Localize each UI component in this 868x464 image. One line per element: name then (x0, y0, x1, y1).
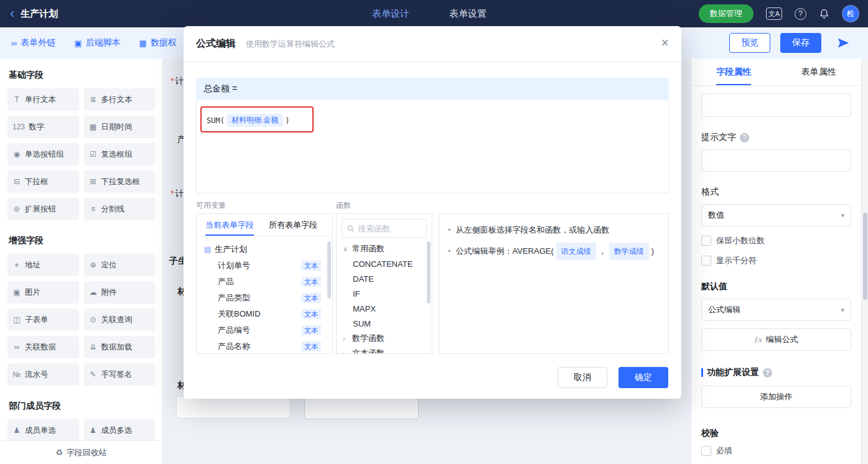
back-button[interactable]: ‹ (10, 7, 14, 21)
divider-icon: ≡ (89, 205, 98, 213)
field-reference-chip[interactable]: 材料明细.金额 (226, 114, 283, 127)
palette-item-single-line-text[interactable]: T单行文本 (7, 88, 79, 111)
keep-decimal-places-checkbox[interactable]: 保留小数位数 (701, 235, 851, 246)
hint-help-icon[interactable]: ? (740, 133, 749, 142)
palette-item-label: 数据加载 (101, 342, 133, 353)
save-button[interactable]: 保存 (780, 33, 821, 53)
palette-item-datetime[interactable]: ▦日期时间 (84, 116, 156, 138)
function-item[interactable]: SUM (337, 316, 432, 331)
required-checkbox[interactable]: 必填 (701, 445, 851, 457)
palette-item-location[interactable]: ⊕定位 (84, 254, 156, 276)
variable-row[interactable]: 关联BOMID文本 (202, 306, 329, 322)
tab-form-settings[interactable]: 表单设置 (449, 8, 487, 20)
palette-item-checkbox-group[interactable]: ☑复选框组 (84, 143, 156, 165)
palette-item-attachment[interactable]: ☁附件 (84, 281, 156, 304)
palette-item-subform[interactable]: ◫子表单 (7, 309, 79, 331)
variable-row[interactable]: 产品编号文本 (202, 322, 329, 338)
form-root-node[interactable]: ▤ 生产计划 (202, 241, 329, 258)
avatar[interactable]: 检 (842, 5, 859, 22)
variable-row[interactable]: 产品名称文本 (202, 338, 329, 354)
scrollbar-thumb[interactable] (863, 213, 867, 300)
page-scrollbar[interactable] (861, 58, 868, 464)
variable-type-badge: 文本 (301, 293, 321, 303)
palette-item-dropdown[interactable]: ⊟下拉框 (7, 170, 79, 193)
add-action-button[interactable]: 添加操作 (701, 386, 851, 408)
format-select[interactable]: 数值 ▾ (701, 204, 851, 226)
cancel-button[interactable]: 取消 (558, 367, 607, 388)
member-single-icon: ♟ (12, 426, 21, 435)
variable-row[interactable]: 产品类型文本 (202, 290, 329, 306)
edit-formula-button[interactable]: ƒx 编辑公式 (701, 328, 851, 351)
function-item[interactable]: DATE (337, 271, 432, 286)
palette-item-address[interactable]: ⌖地址 (7, 254, 79, 276)
tab-current-form-fields[interactable]: 当前表单字段 (199, 214, 260, 236)
checkbox-label: 显示千分符 (716, 255, 757, 266)
functions-panel-label: 函数 (336, 200, 351, 211)
palette-item-radio-group[interactable]: ◉单选按钮组 (7, 143, 79, 165)
field-title-input[interactable] (701, 93, 851, 117)
palette-item-signature[interactable]: ✎手写签名 (84, 363, 156, 386)
function-item[interactable]: IF (337, 286, 432, 301)
data-permission-button[interactable]: ▦ 数据权 (139, 37, 177, 49)
form-external-link-button[interactable]: ∞ 表单外链 (11, 37, 55, 49)
function-group-common[interactable]: ∨ 常用函数 (337, 241, 432, 256)
serial-number-icon: № (12, 370, 21, 379)
palette-item-extend-button[interactable]: ⊜扩展按钮 (7, 198, 79, 220)
function-item[interactable]: MAPX (337, 301, 432, 316)
backend-script-button[interactable]: ▣ 后端脚本 (74, 37, 120, 49)
palette-item-member-multi[interactable]: ♟成员多选 (84, 419, 156, 442)
extension-help-icon[interactable]: ? (763, 368, 772, 378)
confirm-button[interactable]: 确定 (618, 367, 668, 388)
formula-input-area[interactable]: SUM( 材料明细.金额 ) (196, 100, 669, 193)
radio-group-icon: ◉ (12, 150, 21, 159)
function-group-math[interactable]: › 数学函数 (337, 331, 432, 346)
thousand-separator-checkbox[interactable]: 显示千分符 (701, 255, 851, 266)
tab-field-properties[interactable]: 字段属性 (691, 58, 777, 85)
close-icon[interactable]: × (661, 36, 669, 50)
palette-item-related-query[interactable]: ⊙关联查询 (84, 309, 156, 331)
modal-subtitle: 使用数学运算符编辑公式 (246, 39, 335, 50)
share-icon[interactable] (837, 37, 849, 49)
tab-form-design[interactable]: 表单设计 (372, 8, 409, 20)
required-asterisk: * (170, 188, 174, 198)
function-search-input[interactable] (358, 224, 421, 233)
dropdown-icon: ⊟ (12, 177, 21, 186)
palette-item-serial-number[interactable]: №流水号 (7, 363, 79, 386)
palette-item-related-data[interactable]: ∞关联数据 (7, 336, 79, 358)
palette-item-multi-line-text[interactable]: ≣多行文本 (84, 88, 156, 111)
default-value-select-value: 公式编辑 (708, 304, 740, 315)
palette-item-data-load[interactable]: ⇊数据加载 (84, 336, 156, 358)
functions-scrollbar[interactable] (427, 241, 431, 304)
function-group-text[interactable]: › 文本函数 (337, 346, 432, 354)
data-manage-button[interactable]: 数据管理 (699, 4, 754, 23)
tab-form-properties[interactable]: 表单属性 (777, 58, 862, 85)
palette-item-image[interactable]: ▣图片 (7, 281, 79, 304)
variable-row[interactable]: 产品文本 (202, 274, 329, 290)
checkbox-group-icon: ☑ (89, 150, 98, 159)
field-palette-sidebar: 基础字段 T单行文本 ≣多行文本 123数字 ▦日期时间 ◉单选按钮组 ☑复选框… (0, 58, 163, 464)
language-icon[interactable]: 文A (766, 7, 782, 20)
toolbar-item-label: 后端脚本 (86, 37, 121, 49)
section-title-enhanced-fields: 增强字段 (9, 235, 154, 246)
palette-item-label: 附件 (101, 287, 117, 298)
default-value-label: 默认值 (701, 281, 851, 292)
notification-bell-icon[interactable] (819, 8, 829, 19)
palette-item-dropdown-multiselect[interactable]: ⊞下拉复选框 (84, 170, 156, 193)
hint-text-input[interactable] (701, 149, 851, 172)
function-search (342, 219, 427, 238)
field-recycle-bin[interactable]: ♻ 字段回收站 (0, 440, 162, 464)
palette-item-member-single[interactable]: ♟成员单选 (7, 419, 79, 442)
variables-scrollbar[interactable] (327, 241, 331, 299)
palette-item-divider[interactable]: ≡分割线 (84, 198, 156, 220)
default-value-select[interactable]: 公式编辑 ▾ (701, 299, 851, 321)
extension-settings-label-text: 功能扩展设置 (707, 367, 759, 378)
help-icon[interactable]: ? (795, 8, 806, 20)
tab-all-form-fields[interactable]: 所有表单字段 (263, 214, 324, 236)
function-name: DATE (353, 274, 374, 284)
variable-row[interactable]: 计划单号文本 (202, 258, 329, 274)
document-icon: ▤ (204, 245, 211, 254)
function-item[interactable]: CONCATENATE (337, 256, 432, 271)
preview-button[interactable]: 预览 (729, 33, 770, 53)
canvas-input-field[interactable] (176, 396, 291, 419)
palette-item-number[interactable]: 123数字 (7, 116, 79, 138)
